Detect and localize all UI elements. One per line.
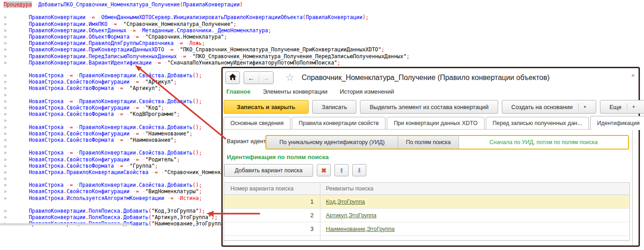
move-down-button[interactable]: ⬇ xyxy=(352,164,366,176)
search-fields-link[interactable]: Артикул,ЭтоГруппа xyxy=(326,212,376,219)
variant-by-search-fields[interactable]: По полям поиска xyxy=(398,136,459,149)
code-horizontal-scrollbar[interactable] xyxy=(0,223,132,225)
tab-before-write-received-data[interactable]: Перед записью полученных дан... xyxy=(486,117,589,130)
save-button[interactable]: Записать xyxy=(312,100,357,114)
favorite-star-icon[interactable]: ☆ xyxy=(285,73,295,83)
add-search-variant-button[interactable]: Добавить вариант поиска xyxy=(224,164,313,177)
table-row[interactable]: 3 Наименование,ЭтоГруппа xyxy=(224,222,629,236)
delete-icon: ✖ xyxy=(321,167,327,174)
close-icon[interactable]: × xyxy=(631,72,635,79)
menu-item-main[interactable]: Главное xyxy=(226,88,250,95)
chevron-down-icon: ▼ xyxy=(578,103,587,110)
tab-strip: Основные сведения Правила конвертации св… xyxy=(224,115,644,130)
arrow-down-icon: ⬇ xyxy=(357,167,362,174)
move-up-button[interactable]: ⬆ xyxy=(334,164,349,176)
variant-by-uid[interactable]: По уникальному идентификатору (УИД) xyxy=(266,136,398,149)
search-variants-table: Номер варианта поиска Реквизиты поиска 1… xyxy=(224,182,630,241)
create-based-on-button[interactable]: Создать на основании ▼ xyxy=(502,100,596,114)
home-button[interactable] xyxy=(225,71,240,84)
menu-item-change-history[interactable]: История изменений xyxy=(339,88,394,95)
home-icon xyxy=(229,74,236,82)
menu-item-conversion-elements[interactable]: Элементы конвертации xyxy=(263,88,327,95)
row-number: 2 xyxy=(224,209,320,222)
column-header-number: Номер варианта поиска xyxy=(224,183,320,195)
arrow-up-icon: ⬆ xyxy=(339,167,344,174)
row-number: 1 xyxy=(224,195,320,208)
dialog-title: Справочник_Номенклатура_Получение (Прави… xyxy=(302,74,550,82)
table-header: Номер варианта поиска Реквизиты поиска xyxy=(224,183,629,195)
save-and-close-button[interactable]: Записать и закрыть xyxy=(224,100,309,114)
table-row[interactable]: 2 Артикул,ЭтоГруппа xyxy=(224,209,629,222)
delete-button[interactable]: ✖ xyxy=(317,164,331,176)
tab-on-xdto-data-conversion[interactable]: При конвертации данных XDTO xyxy=(387,117,484,130)
section-menu: Главное Элементы конвертации История изм… xyxy=(226,88,394,95)
identification-tab-panel: Вариант идентификации: По уникальному ид… xyxy=(224,129,633,245)
more-button[interactable]: Еще ▼ xyxy=(600,100,644,114)
table-row[interactable]: 1 Код,ЭтоГруппа xyxy=(224,195,629,209)
search-variants-toolbar: Добавить вариант поиска ✖ ⬆ ⬇ xyxy=(224,164,366,177)
search-fields-link[interactable]: Код,ЭтоГруппа xyxy=(326,199,365,205)
row-number: 3 xyxy=(224,222,320,235)
chevron-down-icon: ▼ xyxy=(627,103,635,110)
variant-uid-then-search-fields[interactable]: Сначала по УИД, потом по полям поиска xyxy=(459,136,628,149)
history-nav-group: ← → xyxy=(244,71,274,84)
forward-button[interactable]: → xyxy=(259,74,274,82)
command-bar: Записать и закрыть Записать Выделить эле… xyxy=(224,100,644,114)
tab-identification[interactable]: Идентификация xyxy=(590,116,644,130)
conversion-rule-dialog: ← → ☆ Справочник_Номенклатура_Получение … xyxy=(221,67,640,247)
table-empty-row xyxy=(224,236,629,240)
tab-property-conversion-rules[interactable]: Правила конвертации свойств xyxy=(292,117,385,130)
search-fields-section-title: Идентификация по полям поиска xyxy=(227,154,329,160)
create-based-on-label: Создать на основании xyxy=(511,104,573,110)
tab-general-info[interactable]: Основные сведения xyxy=(224,117,290,130)
back-icon: ← xyxy=(248,74,255,82)
search-fields-link[interactable]: Наименование,ЭтоГруппа xyxy=(326,226,394,232)
forward-icon: → xyxy=(263,74,270,82)
column-header-fields: Реквизиты поиска xyxy=(320,183,629,195)
extract-element-button[interactable]: Выделить элемент из состава конвертаций xyxy=(360,100,498,114)
back-button[interactable]: ← xyxy=(244,74,259,82)
identification-variant-switch: По уникальному идентификатору (УИД) По п… xyxy=(265,135,629,150)
more-label: Еще xyxy=(609,104,621,110)
dialog-titlebar: ← → ☆ Справочник_Номенклатура_Получение … xyxy=(225,71,549,85)
